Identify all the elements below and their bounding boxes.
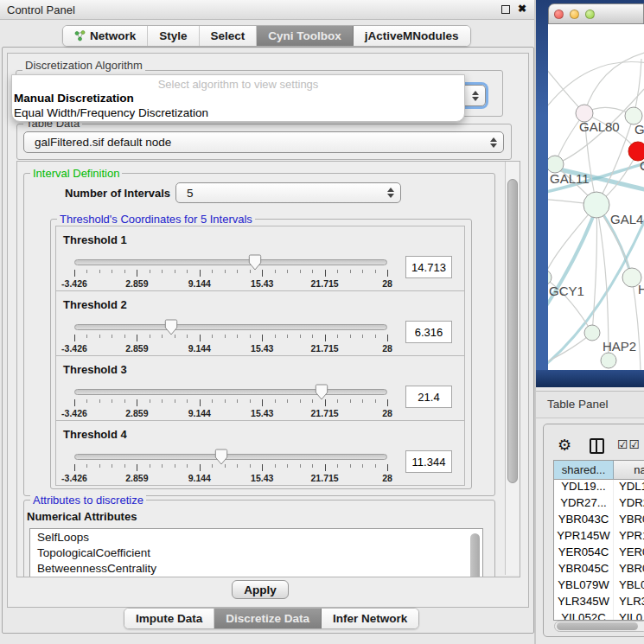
threshold-slider[interactable]: -3.4262.8599.14415.4321.71528 (74, 255, 387, 290)
slider-tick (137, 399, 137, 406)
combo-arrows-icon (490, 137, 497, 148)
slider-tick-label: 28 (382, 278, 392, 289)
table-row[interactable]: YBR045CYBR0 (554, 562, 644, 578)
number-of-intervals-combobox[interactable]: 5 (175, 182, 401, 203)
network-window-titlebar[interactable] (548, 3, 644, 24)
control-panel-titlebar: Control Panel ✖ (0, 0, 536, 20)
dropdown-item-manual-discretization[interactable]: Manual Discretization (14, 92, 134, 105)
tab-style[interactable]: Style (148, 26, 199, 46)
tab-impute-data[interactable]: Impute Data (124, 609, 214, 628)
slider-tick (337, 270, 338, 273)
table-row[interactable]: YDR27...YDR2 (554, 496, 644, 513)
network-node-gal11[interactable] (548, 156, 564, 173)
slider-tick (225, 270, 226, 273)
threshold-panel: Threshold 4-3.4262.8599.14415.4321.71528 (55, 420, 465, 486)
threshold-value-input[interactable] (405, 450, 452, 473)
slider-tick (225, 399, 226, 403)
tab-infer-network[interactable]: Infer Network (322, 609, 418, 628)
scrollbar-thumb[interactable] (507, 179, 518, 483)
slider-tick (350, 270, 351, 273)
threshold-value-input[interactable] (405, 386, 452, 408)
slider-tick (74, 335, 75, 341)
float-window-icon[interactable] (501, 5, 510, 14)
scrollbar-thumb[interactable] (557, 622, 638, 630)
threshold-value-input[interactable] (405, 256, 452, 278)
window-close-button[interactable] (554, 10, 564, 19)
settings-vertical-scrollbar[interactable] (505, 162, 519, 575)
attribute-list-item[interactable]: BetweennessCentrality (30, 560, 482, 576)
slider-handle[interactable] (248, 254, 262, 271)
window-zoom-button[interactable] (585, 10, 595, 19)
numerical-attributes-list[interactable]: SelfLoopsTopologicalCoefficientBetweenne… (29, 528, 483, 577)
table-cell: YDR2 (614, 496, 644, 513)
checkbox-icons[interactable]: ☑☑ (617, 437, 641, 451)
threshold-slider[interactable]: -3.4262.8599.14415.4321.71528 (74, 385, 387, 419)
control-panel-title: Control Panel (7, 3, 75, 16)
column-header-shared[interactable]: shared... (554, 461, 614, 480)
slider-tick (325, 270, 326, 277)
slider-tick (362, 335, 363, 338)
slider-tick (162, 464, 163, 468)
table-horizontal-scrollbar[interactable] (554, 621, 644, 632)
table-row[interactable]: YBL079WYBL0 (554, 578, 644, 595)
slider-tick (275, 270, 276, 273)
threshold-panel: Threshold 1-3.4262.8599.14415.4321.71528 (55, 226, 465, 291)
gear-icon[interactable]: ⚙ (558, 436, 571, 455)
slider-handle[interactable] (315, 384, 328, 400)
slider-handle[interactable] (214, 449, 228, 465)
network-node-gal4[interactable] (583, 192, 609, 218)
slider-tick (275, 464, 276, 468)
thresholds-list: Threshold 1-3.4262.8599.14415.4321.71528… (55, 226, 465, 486)
slider-tick (387, 399, 388, 406)
slider-tick (312, 335, 313, 338)
table-row[interactable]: YLR345WYLR3 (554, 595, 644, 611)
network-node[interactable] (601, 353, 616, 368)
slider-handle[interactable] (164, 319, 178, 335)
table-row[interactable]: YBR043CYBR0 (554, 513, 644, 529)
tab-label: Select (211, 29, 245, 42)
list-scrollbar[interactable] (470, 533, 480, 577)
split-view-icon[interactable] (590, 438, 604, 454)
network-canvas[interactable]: GAL80GCGAL11GAL4GCY1HHAP2 (548, 24, 644, 370)
slider-tick-label: 21.715 (311, 408, 339, 418)
slider-tick (200, 270, 201, 277)
window-minimize-button[interactable] (570, 10, 579, 19)
table-header-row: shared...name (554, 461, 644, 480)
attribute-list-item[interactable]: TopologicalCoefficient (30, 545, 482, 560)
table-row[interactable]: YIL052CYIL0 (554, 611, 644, 621)
apply-button[interactable]: Apply (232, 580, 289, 599)
slider-tick (287, 399, 288, 403)
table-row[interactable]: YDL19...YDL1 (554, 480, 644, 496)
slider-tick (99, 335, 100, 338)
tab-network[interactable]: Network (63, 26, 148, 46)
slider-tick (187, 335, 188, 338)
threshold-slider[interactable]: -3.4262.8599.14415.4321.71528 (74, 320, 387, 354)
network-node-hap2[interactable] (584, 325, 600, 341)
tab-jactivemnodules[interactable]: jActiveMNodules (354, 26, 470, 46)
table-panel-title: Table Panel (547, 398, 609, 411)
control-panel-tabbar: NetworkStyleSelectCyni ToolboxjActiveMNo… (62, 25, 471, 47)
slider-tick (237, 270, 238, 273)
table-row[interactable]: YPR145WYPR1 (554, 529, 644, 545)
tab-label: Network (90, 29, 136, 42)
threshold-slider[interactable]: -3.4262.8599.14415.4321.71528 (74, 450, 387, 484)
cyni-bottom-tabbar: Impute DataDiscretize DataInfer Network (124, 608, 419, 629)
threshold-value-input[interactable] (405, 321, 452, 343)
close-icon[interactable]: ✖ (518, 3, 526, 15)
attribute-list-item[interactable]: SelfLoops (30, 529, 482, 545)
tab-cyni-toolbox[interactable]: Cyni Toolbox (257, 26, 354, 46)
interval-definition-title: Interval Definition (30, 167, 122, 180)
table-row[interactable]: YER054CYER0 (554, 545, 644, 562)
table-data-combobox[interactable]: galFiltered.sif default node (23, 131, 504, 153)
node-table[interactable]: shared...nameYDL19...YDL1YDR27...YDR2YBR… (553, 460, 644, 621)
slider-tick (74, 399, 75, 406)
column-header-name[interactable]: name (614, 461, 644, 480)
slider-tick-label: -3.426 (61, 278, 87, 289)
dropdown-item-equal-width-frequency[interactable]: Equal Width/Frequency Discretization (14, 106, 208, 119)
table-cell: YDL1 (614, 480, 644, 496)
tab-discretize-data[interactable]: Discretize Data (214, 609, 322, 628)
number-of-intervals-value: 5 (187, 187, 194, 200)
slider-tick-label: 9.144 (188, 278, 211, 289)
tab-select[interactable]: Select (200, 26, 258, 46)
slider-track (74, 259, 387, 265)
